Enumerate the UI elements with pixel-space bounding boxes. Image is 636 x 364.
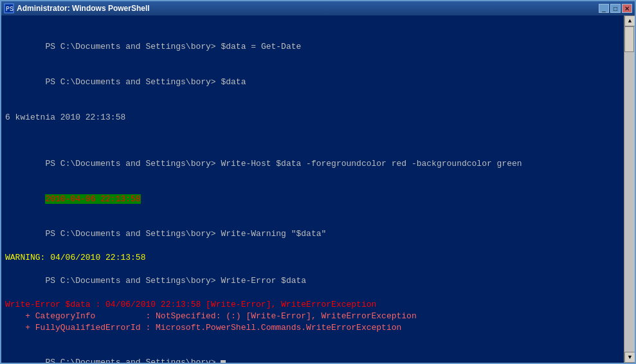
prompt: PS C:\Documents and Settings\bory>	[45, 159, 221, 168]
prompt: PS C:\Documents and Settings\bory>	[45, 42, 221, 51]
terminal-line: PS C:\Documents and Settings\bory> Write…	[5, 217, 620, 252]
scroll-up-button[interactable]: ▲	[624, 15, 635, 26]
command: $data	[221, 77, 246, 87]
minimize-button[interactable]: _	[599, 4, 609, 13]
empty-line	[5, 100, 620, 111]
close-button[interactable]: ✕	[622, 4, 632, 13]
scroll-track[interactable]	[624, 26, 635, 352]
terminal-output[interactable]: PS C:\Documents and Settings\bory> $data…	[1, 15, 624, 363]
command: $data = Get-Date	[221, 42, 301, 51]
terminal-line: PS C:\Documents and Settings\bory> $data	[5, 65, 620, 100]
warning-line: WARNING: 04/06/2010 22:13:58	[5, 252, 620, 264]
prompt: PS C:\Documents and Settings\bory>	[45, 358, 221, 363]
prompt: PS C:\Documents and Settings\bory>	[45, 229, 221, 239]
svg-text:PS: PS	[6, 6, 14, 13]
empty-line	[5, 18, 620, 30]
error-line: Write-Error $data : 04/06/2010 22:13:58 …	[5, 299, 620, 311]
cursor	[221, 360, 226, 363]
titlebar: PS Administrator: Windows PowerShell _ □…	[1, 1, 635, 15]
terminal-line-cursor: PS C:\Documents and Settings\bory>	[5, 345, 620, 363]
command: Write-Error $data	[221, 276, 306, 286]
scroll-thumb[interactable]	[624, 26, 634, 52]
error-detail-line: + CategoryInfo : NotSpecified: (:) [Writ…	[5, 311, 620, 322]
content-wrapper: PS C:\Documents and Settings\bory> $data…	[1, 15, 635, 363]
error-detail-line: + FullyQualifiedErrorId : Microsoft.Powe…	[5, 322, 620, 334]
write-host-output: 2010-04-06 22:13:58	[45, 194, 140, 204]
command: Write-Warning "$data"	[221, 229, 326, 239]
scrollbar[interactable]: ▲ ▼	[624, 15, 635, 363]
window-controls: _ □ ✕	[599, 4, 632, 13]
empty-line	[5, 334, 620, 345]
empty-line	[5, 123, 620, 135]
output-line: 6 kwietnia 2010 22:13:58	[5, 112, 620, 123]
prompt: PS C:\Documents and Settings\bory>	[45, 77, 221, 87]
terminal-line: PS C:\Documents and Settings\bory> Write…	[5, 147, 620, 182]
terminal-line: PS C:\Documents and Settings\bory> $data…	[5, 30, 620, 65]
scroll-down-button[interactable]: ▼	[624, 352, 635, 363]
terminal-line: PS C:\Documents and Settings\bory> Write…	[5, 264, 620, 299]
window-icon: PS	[4, 3, 14, 14]
empty-line	[5, 135, 620, 147]
command: Write-Host $data -foregroundcolor red -b…	[221, 159, 522, 168]
prompt: PS C:\Documents and Settings\bory>	[45, 276, 221, 286]
window-title: Administrator: Windows PowerShell	[17, 4, 599, 13]
powershell-window: PS Administrator: Windows PowerShell _ □…	[0, 0, 636, 364]
write-host-line: 2010-04-06 22:13:58	[5, 182, 620, 217]
maximize-button[interactable]: □	[610, 4, 621, 13]
